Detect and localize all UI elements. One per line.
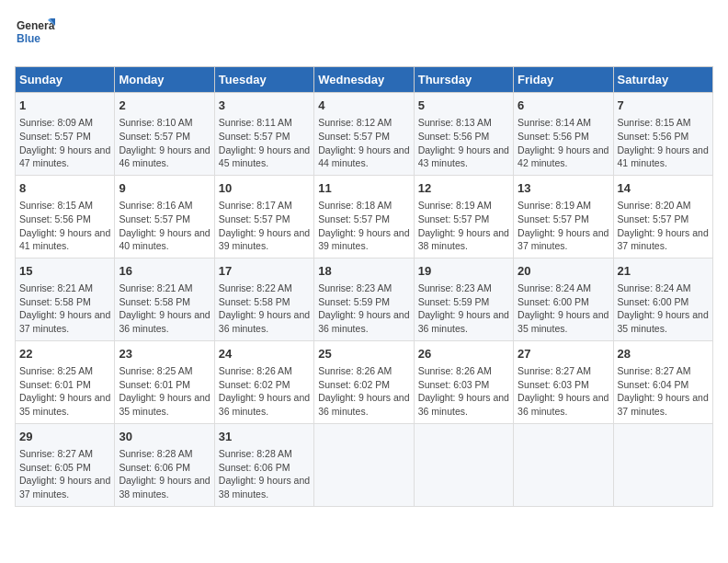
sunrise-text: Sunrise: 8:25 AM (119, 364, 210, 378)
calendar-cell (314, 423, 414, 506)
sunrise-text: Sunrise: 8:22 AM (219, 282, 310, 295)
calendar-cell: 1 Sunrise: 8:09 AM Sunset: 5:57 PM Dayli… (16, 93, 115, 176)
daylight-text: Daylight: 9 hours and 36 minutes. (518, 391, 609, 418)
day-number: 9 (119, 180, 210, 197)
daylight-text: Daylight: 9 hours and 36 minutes. (318, 391, 409, 418)
sunset-text: Sunset: 5:57 PM (618, 213, 709, 226)
sunset-text: Sunset: 6:03 PM (418, 378, 509, 392)
day-number: 7 (618, 98, 709, 114)
sunrise-text: Sunrise: 8:21 AM (19, 282, 110, 295)
header-cell-monday: Monday (115, 67, 214, 93)
calendar-cell: 12 Sunrise: 8:19 AM Sunset: 5:57 PM Dayl… (414, 175, 513, 258)
week-row-5: 29 Sunrise: 8:27 AM Sunset: 6:05 PM Dayl… (16, 423, 713, 506)
calendar-cell: 29 Sunrise: 8:27 AM Sunset: 6:05 PM Dayl… (16, 423, 115, 506)
calendar-cell: 7 Sunrise: 8:15 AM Sunset: 5:56 PM Dayli… (613, 93, 712, 176)
sunrise-text: Sunrise: 8:27 AM (518, 364, 609, 378)
daylight-text: Daylight: 9 hours and 36 minutes. (219, 308, 310, 335)
sunset-text: Sunset: 5:57 PM (219, 130, 310, 144)
sunset-text: Sunset: 5:59 PM (318, 295, 409, 309)
calendar-cell: 23 Sunrise: 8:25 AM Sunset: 6:01 PM Dayl… (115, 340, 214, 423)
daylight-text: Daylight: 9 hours and 36 minutes. (318, 308, 409, 335)
sunrise-text: Sunrise: 8:09 AM (19, 116, 110, 130)
day-number: 19 (418, 263, 509, 280)
day-number: 11 (318, 180, 409, 197)
daylight-text: Daylight: 9 hours and 45 minutes. (219, 144, 310, 170)
sunset-text: Sunset: 6:06 PM (219, 461, 310, 475)
week-row-2: 8 Sunrise: 8:15 AM Sunset: 5:56 PM Dayli… (16, 175, 713, 258)
sunrise-text: Sunrise: 8:14 AM (518, 116, 609, 130)
calendar-cell: 30 Sunrise: 8:28 AM Sunset: 6:06 PM Dayl… (115, 423, 214, 506)
calendar-cell: 25 Sunrise: 8:26 AM Sunset: 6:02 PM Dayl… (314, 340, 414, 423)
day-number: 23 (119, 346, 210, 362)
header-cell-tuesday: Tuesday (214, 67, 313, 93)
sunrise-text: Sunrise: 8:19 AM (518, 199, 609, 213)
sunset-text: Sunset: 6:01 PM (119, 378, 210, 392)
calendar-cell (514, 423, 613, 506)
day-number: 28 (618, 346, 709, 362)
week-row-3: 15 Sunrise: 8:21 AM Sunset: 5:58 PM Dayl… (16, 258, 713, 340)
day-number: 31 (219, 429, 310, 445)
day-number: 1 (19, 98, 110, 114)
daylight-text: Daylight: 9 hours and 36 minutes. (418, 308, 509, 335)
sunset-text: Sunset: 5:57 PM (418, 213, 509, 226)
calendar-cell: 24 Sunrise: 8:26 AM Sunset: 6:02 PM Dayl… (214, 340, 313, 423)
daylight-text: Daylight: 9 hours and 39 minutes. (219, 226, 310, 253)
day-number: 30 (119, 429, 210, 445)
calendar-cell: 2 Sunrise: 8:10 AM Sunset: 5:57 PM Dayli… (115, 93, 214, 176)
sunset-text: Sunset: 6:00 PM (518, 295, 609, 309)
day-number: 3 (219, 98, 310, 114)
calendar-cell: 13 Sunrise: 8:19 AM Sunset: 5:57 PM Dayl… (514, 175, 613, 258)
sunrise-text: Sunrise: 8:26 AM (418, 364, 509, 378)
day-number: 13 (518, 180, 609, 197)
day-number: 22 (19, 346, 110, 362)
calendar-cell: 9 Sunrise: 8:16 AM Sunset: 5:57 PM Dayli… (115, 175, 214, 258)
sunset-text: Sunset: 5:57 PM (19, 130, 110, 144)
daylight-text: Daylight: 9 hours and 37 minutes. (19, 474, 110, 500)
sunrise-text: Sunrise: 8:13 AM (418, 116, 509, 130)
day-number: 2 (119, 98, 210, 114)
sunrise-text: Sunrise: 8:24 AM (518, 282, 609, 295)
daylight-text: Daylight: 9 hours and 37 minutes. (618, 226, 709, 253)
calendar-cell: 21 Sunrise: 8:24 AM Sunset: 6:00 PM Dayl… (613, 258, 712, 340)
calendar-cell: 4 Sunrise: 8:12 AM Sunset: 5:57 PM Dayli… (314, 93, 414, 176)
day-number: 21 (618, 263, 709, 280)
sunset-text: Sunset: 6:05 PM (19, 461, 110, 475)
header-cell-saturday: Saturday (613, 67, 712, 93)
day-number: 14 (618, 180, 709, 197)
day-number: 24 (219, 346, 310, 362)
header: General Blue (15, 15, 713, 55)
day-number: 25 (318, 346, 409, 362)
day-number: 29 (19, 429, 110, 445)
sunrise-text: Sunrise: 8:23 AM (418, 282, 509, 295)
daylight-text: Daylight: 9 hours and 37 minutes. (618, 391, 709, 418)
calendar-cell: 14 Sunrise: 8:20 AM Sunset: 5:57 PM Dayl… (613, 175, 712, 258)
day-number: 15 (19, 263, 110, 280)
sunrise-text: Sunrise: 8:12 AM (318, 116, 409, 130)
daylight-text: Daylight: 9 hours and 41 minutes. (19, 226, 110, 253)
sunset-text: Sunset: 5:58 PM (119, 295, 210, 309)
calendar-cell: 26 Sunrise: 8:26 AM Sunset: 6:03 PM Dayl… (414, 340, 513, 423)
sunset-text: Sunset: 6:04 PM (618, 378, 709, 392)
calendar-cell: 20 Sunrise: 8:24 AM Sunset: 6:00 PM Dayl… (514, 258, 613, 340)
daylight-text: Daylight: 9 hours and 35 minutes. (119, 391, 210, 418)
day-number: 27 (518, 346, 609, 362)
calendar-cell: 31 Sunrise: 8:28 AM Sunset: 6:06 PM Dayl… (214, 423, 313, 506)
svg-text:Blue: Blue (17, 32, 40, 45)
calendar-cell: 27 Sunrise: 8:27 AM Sunset: 6:03 PM Dayl… (514, 340, 613, 423)
sunset-text: Sunset: 5:56 PM (518, 130, 609, 144)
daylight-text: Daylight: 9 hours and 46 minutes. (119, 144, 210, 170)
header-cell-wednesday: Wednesday (314, 67, 414, 93)
calendar-cell (414, 423, 513, 506)
daylight-text: Daylight: 9 hours and 43 minutes. (418, 144, 509, 170)
day-number: 18 (318, 263, 409, 280)
daylight-text: Daylight: 9 hours and 36 minutes. (219, 391, 310, 418)
sunset-text: Sunset: 5:56 PM (418, 130, 509, 144)
calendar-cell: 28 Sunrise: 8:27 AM Sunset: 6:04 PM Dayl… (613, 340, 712, 423)
day-number: 4 (318, 98, 409, 114)
sunrise-text: Sunrise: 8:17 AM (219, 199, 310, 213)
daylight-text: Daylight: 9 hours and 35 minutes. (618, 308, 709, 335)
header-cell-thursday: Thursday (414, 67, 513, 93)
calendar-cell: 8 Sunrise: 8:15 AM Sunset: 5:56 PM Dayli… (16, 175, 115, 258)
daylight-text: Daylight: 9 hours and 41 minutes. (618, 144, 709, 170)
daylight-text: Daylight: 9 hours and 42 minutes. (518, 144, 609, 170)
